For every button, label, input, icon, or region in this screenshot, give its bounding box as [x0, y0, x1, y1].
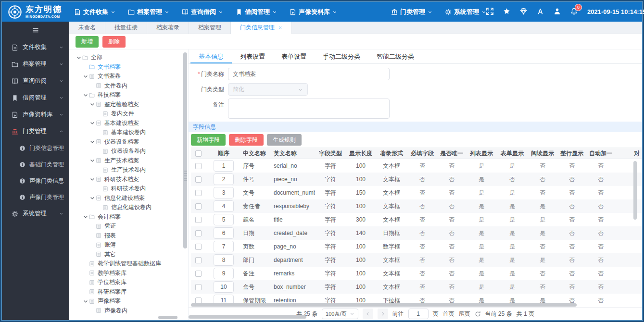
row-checkbox[interactable] [195, 190, 202, 196]
tree-item[interactable]: 信息化建设卷内 [71, 203, 182, 212]
row-checkbox[interactable] [195, 217, 202, 223]
sidebar-item-borrow-manage[interactable]: 借阅管理 [2, 89, 69, 106]
order-input[interactable] [214, 227, 234, 239]
chevron-down-icon[interactable] [89, 176, 95, 182]
tree-item[interactable]: 鉴定检验档案 [71, 100, 182, 110]
sidebar-item-system-manage[interactable]: 系统管理 [2, 205, 69, 222]
font-size-button[interactable] [537, 8, 544, 16]
goto-page-input[interactable] [408, 309, 429, 319]
tree-item[interactable]: 教学档案库 [71, 269, 182, 278]
tree-item[interactable]: 声像档案 [71, 297, 182, 306]
close-icon[interactable] [278, 25, 282, 30]
add-field-button[interactable]: 新增字段 [191, 134, 226, 146]
chevron-down-icon[interactable] [89, 195, 95, 201]
chevron-down-icon[interactable] [83, 74, 88, 79]
row-checkbox[interactable] [195, 176, 202, 183]
splitter-grip[interactable] [184, 171, 187, 182]
sidebar-subitem[interactable]: 声像门类信息 [2, 173, 69, 189]
order-input[interactable] [214, 214, 234, 225]
chevron-down-icon[interactable] [89, 158, 95, 163]
fullscreen-button[interactable] [486, 8, 493, 16]
tree-item[interactable]: 文书档案 [71, 62, 182, 72]
tree-item[interactable]: 信息化建设档案 [71, 194, 182, 203]
order-input[interactable] [214, 241, 234, 252]
chevron-down-icon[interactable] [89, 120, 95, 126]
chevron-down-icon[interactable] [89, 139, 95, 145]
order-input[interactable] [214, 295, 234, 303]
sidebar-collapse-button[interactable] [2, 22, 69, 39]
tree-vertical-scrollbar[interactable] [183, 50, 187, 319]
tree-item[interactable]: 生产技术卷内 [71, 165, 182, 175]
tree-item[interactable]: 仪器设备档案 [71, 137, 182, 147]
tree-item[interactable]: 基本建设卷内 [71, 128, 182, 137]
delete-field-button[interactable]: 删除字段 [229, 134, 264, 146]
tree-item[interactable]: 账簿 [71, 240, 182, 250]
sidebar-item-file-collect[interactable]: 文件收集 [2, 39, 69, 56]
panel-horizontal-scrollbar[interactable] [189, 315, 306, 319]
tab-批量挂接[interactable]: 批量挂接 [105, 22, 147, 34]
delete-button[interactable]: 删除 [102, 36, 126, 48]
tree-item[interactable]: 会计档案 [71, 212, 182, 222]
chevron-down-icon[interactable] [89, 101, 95, 107]
tab-未命名[interactable]: 未命名 [69, 22, 105, 34]
next-page-button[interactable] [378, 309, 388, 319]
gem-button[interactable] [520, 8, 527, 16]
generate-rule-button[interactable]: 生成规则 [267, 134, 302, 146]
chevron-down-icon[interactable] [83, 92, 88, 98]
tree-item[interactable]: 科研技术档案 [71, 175, 182, 185]
chevron-down-icon[interactable] [83, 214, 88, 220]
chevron-down-icon[interactable] [76, 55, 82, 61]
row-checkbox[interactable] [195, 297, 202, 303]
row-checkbox[interactable] [195, 244, 202, 250]
row-checkbox[interactable] [195, 257, 202, 263]
order-input[interactable] [214, 268, 234, 279]
tab-门类信息管理[interactable]: 门类信息管理 [231, 22, 292, 34]
order-input[interactable] [214, 254, 234, 266]
first-page-link[interactable]: 首页 [443, 310, 455, 318]
add-button[interactable]: 新增 [76, 36, 99, 48]
order-input[interactable] [214, 281, 234, 293]
category-name-input[interactable] [228, 68, 390, 80]
topnav-item-system-manage[interactable]: 系统管理 [445, 8, 486, 16]
order-input[interactable] [214, 173, 234, 185]
sidebar-subitem[interactable]: 声像门类管理 [2, 189, 69, 205]
table-vertical-scrollbar[interactable] [633, 161, 637, 220]
tree-item[interactable]: 全部 [71, 53, 182, 62]
detail-tab-列表设置[interactable]: 列表设置 [232, 50, 273, 63]
topnav-item-archive-manage[interactable]: 档案管理 [128, 8, 169, 16]
order-input[interactable] [214, 200, 234, 212]
tab-档案著录[interactable]: 档案著录 [147, 22, 189, 34]
row-checkbox[interactable] [195, 163, 202, 169]
tree-item[interactable]: 生产技术档案 [71, 156, 182, 166]
notifications-button[interactable]: 0 [570, 8, 578, 16]
detail-tab-表单设置[interactable]: 表单设置 [273, 50, 315, 63]
panel-splitter[interactable] [182, 50, 189, 320]
order-input[interactable] [214, 187, 234, 198]
sidebar-item-category-manage[interactable]: 门类管理 [2, 123, 69, 140]
user-button[interactable] [554, 8, 561, 16]
detail-tab-手动二级分类[interactable]: 手动二级分类 [315, 50, 368, 63]
category-type-select[interactable]: 简化 [228, 83, 308, 96]
chevron-down-icon[interactable] [83, 298, 88, 304]
tree-item[interactable]: 学位档案库 [71, 278, 182, 287]
prev-page-button[interactable] [363, 309, 373, 319]
order-input[interactable] [214, 160, 234, 172]
tree-item[interactable]: 卷内文件 [71, 109, 182, 119]
tree-item[interactable]: 教学训练管理基础数据库 [71, 259, 182, 269]
row-checkbox[interactable] [195, 203, 202, 210]
table-horizontal-scrollbar[interactable] [191, 303, 640, 307]
sidebar-subitem[interactable]: 基础门类管理 [2, 156, 69, 173]
star-button[interactable] [503, 8, 510, 16]
tree-item[interactable]: 声像卷内 [71, 306, 182, 316]
select-all-checkbox[interactable] [195, 150, 202, 157]
tree-scrollbar-thumb[interactable] [183, 52, 187, 248]
topnav-item-category-manage[interactable]: 门类管理 [391, 8, 432, 16]
topnav-item-media-library[interactable]: 声像资料库 [290, 8, 337, 16]
row-checkbox[interactable] [195, 230, 202, 236]
tree-item[interactable]: 基本建设档案 [71, 119, 182, 128]
tree-item[interactable]: 科研档案库 [71, 287, 182, 297]
sidebar-subitem[interactable]: 门类信息管理 [2, 140, 69, 156]
tree-item[interactable]: 仪器设备卷内 [71, 147, 182, 156]
tree-item[interactable]: 凭证 [71, 222, 182, 231]
sidebar-item-archive-manage[interactable]: 档案管理 [2, 56, 69, 73]
